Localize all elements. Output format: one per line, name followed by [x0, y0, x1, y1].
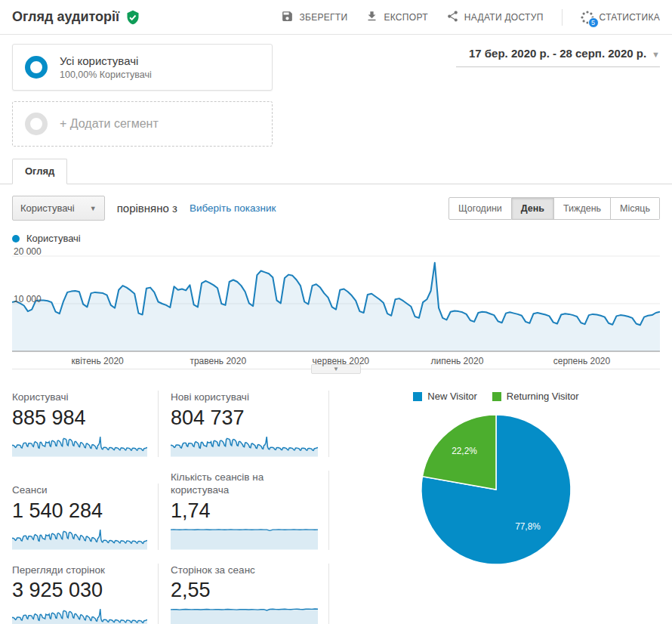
- granularity-week[interactable]: Тиждень: [554, 197, 611, 220]
- share-button[interactable]: НАДАТИ ДОСТУП: [446, 10, 544, 25]
- summary-section: Користувачі 885 984 Нові користувачі 804…: [0, 369, 672, 624]
- segment-section: Усі користувачі 100,00% Користувачі + До…: [0, 35, 672, 157]
- chevron-down-icon: ▼: [90, 205, 97, 212]
- add-segment-button[interactable]: + Додати сегмент: [12, 101, 273, 147]
- legend-label: Користувачі: [26, 233, 81, 244]
- granularity-day[interactable]: День: [512, 197, 554, 220]
- visitor-type-pie-chart[interactable]: 77,8%22,2%: [418, 411, 575, 568]
- metric-select[interactable]: Користувачі ▼: [12, 196, 105, 221]
- metric-card-new-users[interactable]: Нові користувачі 804 737: [159, 391, 329, 457]
- y-axis-tick: 10 000: [14, 294, 42, 304]
- header-divider: [562, 9, 563, 26]
- header-actions: ЗБЕРЕГТИ ЕКСПОРТ НАДАТИ ДОСТУП 5 СТАТИСТ…: [281, 9, 660, 26]
- pie-legend-new-visitor: New Visitor: [413, 391, 477, 402]
- y-axis-tick: 20 000: [14, 246, 42, 257]
- date-range-picker[interactable]: 17 бер. 2020 р. - 28 серп. 2020 р.▼: [456, 47, 660, 67]
- pick-metric-link[interactable]: Виберіть показник: [190, 202, 276, 214]
- compare-label: порівняно з: [117, 202, 177, 215]
- segment-all-users[interactable]: Усі користувачі 100,00% Користувачі: [12, 44, 273, 91]
- segment-ring-icon: [25, 56, 48, 79]
- pie-slice-label: 77,8%: [515, 521, 541, 532]
- segment-ring-empty-icon: [25, 113, 48, 135]
- month-tick-label: липень 2020: [431, 356, 484, 366]
- sparkline: [171, 434, 318, 457]
- insights-icon: 5: [581, 11, 594, 24]
- pie-legend-returning-visitor: Returning Visitor: [492, 391, 579, 402]
- save-button[interactable]: ЗБЕРЕГТИ: [281, 10, 347, 25]
- sparkline: [12, 607, 147, 624]
- insights-badge: 5: [588, 17, 599, 28]
- share-icon: [446, 10, 459, 25]
- segment-subtitle: 100,00% Користувачі: [60, 70, 152, 80]
- save-icon: [281, 10, 294, 25]
- line-chart-svg: [12, 250, 660, 352]
- segment-title: Усі користувачі: [60, 54, 152, 67]
- sparkline: [12, 434, 147, 457]
- month-tick-label: серпень 2020: [553, 356, 610, 366]
- metric-card-users[interactable]: Користувачі 885 984: [12, 391, 159, 457]
- metric-card-sessions-per-user[interactable]: Кількість сеансів на користувача 1,74: [159, 471, 329, 550]
- legend-dot-icon: [12, 235, 20, 242]
- granularity-switch: Щогодини День Тиждень Місяць: [449, 197, 660, 220]
- export-button[interactable]: ЕКСПОРТ: [365, 10, 427, 25]
- metric-cards: Користувачі 885 984 Нові користувачі 804…: [12, 391, 332, 624]
- chevron-down-icon: ▼: [652, 50, 660, 59]
- chart-controls: Користувачі ▼ порівняно з Виберіть показ…: [0, 184, 672, 230]
- insights-button[interactable]: 5 СТАТИСТИКА: [581, 11, 660, 24]
- header: Огляд аудиторії ЗБЕРЕГТИ ЕКСПОРТ НАДАТИ …: [0, 0, 672, 35]
- pie-legend: New Visitor Returning Visitor: [413, 391, 578, 402]
- pie-slice-label: 22,2%: [452, 446, 477, 456]
- metric-card-pages-per-session[interactable]: Сторінок за сеанс 2,55: [159, 564, 329, 624]
- granularity-hourly[interactable]: Щогодини: [449, 197, 512, 220]
- metric-card-sessions[interactable]: Сеанси 1 540 284: [12, 483, 159, 550]
- tab-overview[interactable]: Огляд: [12, 159, 67, 184]
- page-title: Огляд аудиторії: [12, 9, 119, 25]
- legend-square-icon: [492, 392, 501, 401]
- month-tick-label: квітень 2020: [72, 356, 124, 366]
- month-tick-label: червень 2020: [313, 356, 369, 366]
- visitor-type-pie-section: New Visitor Returning Visitor 77,8%22,2%: [332, 391, 660, 624]
- sparkline: [171, 607, 318, 624]
- x-axis: ▼ квітень 2020травень 2020червень 2020ли…: [12, 352, 660, 369]
- sparkline: [12, 527, 147, 550]
- metric-card-pageviews[interactable]: Перегляди сторінок 3 925 030: [12, 564, 159, 624]
- export-icon: [365, 10, 378, 25]
- verified-shield-icon: [125, 10, 140, 25]
- month-tick-label: травень 2020: [190, 356, 246, 366]
- legend-square-icon: [413, 392, 422, 401]
- tab-bar: Огляд: [0, 159, 672, 184]
- granularity-month[interactable]: Місяць: [611, 197, 660, 220]
- users-line-chart[interactable]: 20 000 10 000: [12, 250, 660, 352]
- sparkline: [171, 527, 318, 550]
- chart-legend: Користувачі: [0, 230, 672, 250]
